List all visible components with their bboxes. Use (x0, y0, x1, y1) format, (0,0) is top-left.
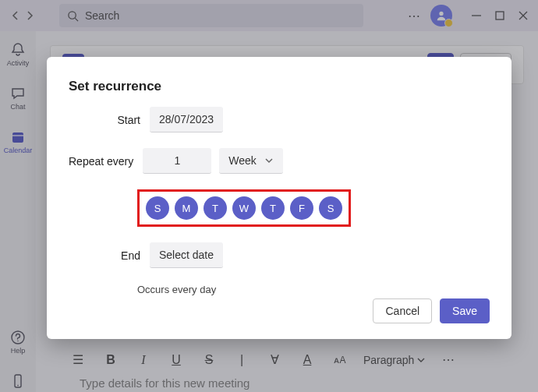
end-label: End (69, 249, 140, 262)
start-label: Start (69, 114, 140, 126)
chevron-down-icon (264, 156, 274, 165)
repeat-unit-value: Week (228, 154, 257, 167)
day-friday[interactable]: F (290, 196, 313, 220)
day-saturday[interactable]: S (319, 196, 342, 220)
cancel-button[interactable]: Cancel (373, 298, 432, 323)
day-thursday[interactable]: T (261, 196, 285, 220)
day-wednesday[interactable]: W (232, 196, 256, 220)
day-tuesday[interactable]: T (204, 196, 227, 220)
repeat-label: Repeat every (69, 155, 133, 168)
end-date-field[interactable]: Select date (150, 242, 223, 268)
recurrence-dialog: Set recurrence Start 28/07/2023 Repeat e… (47, 57, 511, 339)
save-button[interactable]: Save (440, 298, 490, 323)
repeat-count-field[interactable]: 1 (143, 148, 211, 174)
day-monday[interactable]: M (175, 196, 198, 220)
repeat-unit-select[interactable]: Week (219, 148, 283, 174)
dialog-title: Set recurrence (69, 79, 490, 94)
days-highlight: S M T W T F S (137, 189, 351, 227)
recurrence-summary: Occurs every day (137, 284, 490, 295)
day-sunday[interactable]: S (146, 196, 169, 220)
start-date-field[interactable]: 28/07/2023 (150, 107, 223, 132)
